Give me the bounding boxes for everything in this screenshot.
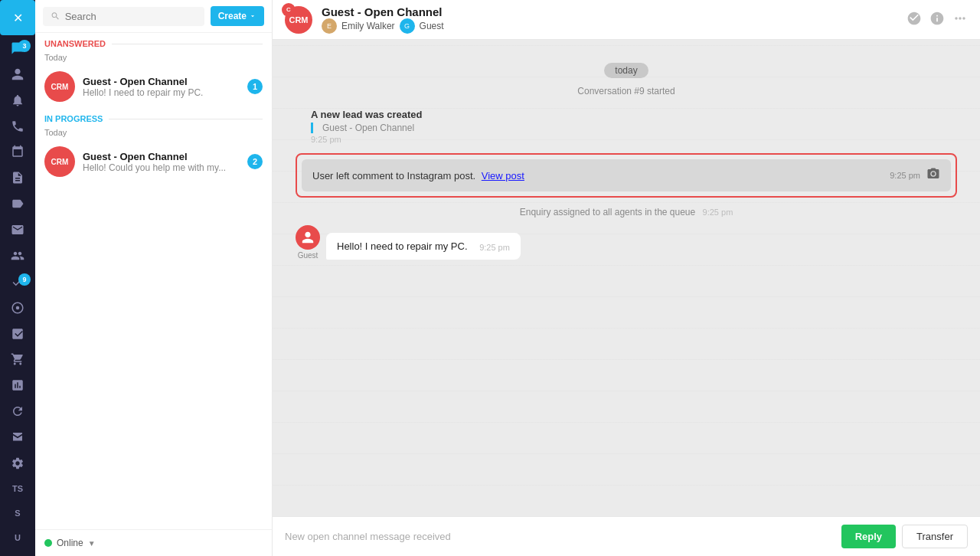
conv-item-unanswered-1[interactable]: CRM Guest - Open Channel Hello! I need t… bbox=[35, 65, 272, 108]
guest-label: Guest bbox=[298, 251, 318, 260]
analytics-nav-icon[interactable] bbox=[0, 372, 35, 398]
guest-avatar bbox=[296, 225, 320, 250]
guest-message-row: Guest Hello! I need to repair my PC. 9:2… bbox=[296, 225, 957, 260]
conv-preview: Hello! I need to repair my PC. bbox=[83, 87, 240, 98]
chat-header: CRM C Guest - Open Channel E Emily Walke… bbox=[273, 0, 980, 40]
enquiry-note: Enquiry assigned to all agents in the qu… bbox=[296, 207, 957, 217]
chevron-down-icon bbox=[249, 12, 256, 20]
guest-message-col: Hello! I need to repair my PC. 9:25 pm bbox=[326, 233, 521, 260]
date-pill-text: today bbox=[604, 63, 648, 78]
conv-avatar-bg: CRM bbox=[44, 71, 75, 102]
u-label-btn[interactable]: U bbox=[2, 525, 33, 550]
footer-placeholder: New open channel message received bbox=[285, 531, 451, 542]
conv-item-in-progress-1[interactable]: CRM Guest - Open Channel Hello! Could yo… bbox=[35, 140, 272, 183]
instagram-notification: User left comment to Instagram post. Vie… bbox=[302, 159, 951, 191]
in-progress-label: In progress bbox=[44, 114, 103, 123]
notification-time: 9:25 pm bbox=[890, 171, 920, 180]
refresh-nav-icon[interactable] bbox=[0, 398, 35, 424]
target-nav-icon[interactable] bbox=[0, 295, 35, 321]
crm-icon: C bbox=[282, 3, 296, 17]
email-nav-icon[interactable] bbox=[0, 217, 35, 243]
notification-link[interactable]: View post bbox=[482, 170, 524, 182]
agent-avatar-emily: E bbox=[322, 18, 337, 34]
svg-point-0 bbox=[16, 306, 20, 309]
chat-header-avatar-wrapper: CRM C bbox=[285, 6, 312, 34]
chat-nav-icon[interactable]: 3 bbox=[0, 35, 35, 61]
unanswered-label: Unanswered bbox=[44, 39, 106, 48]
system-event-lead: A new lead was created Guest - Open Chan… bbox=[296, 109, 957, 144]
conv-avatar-in-progress-1: CRM bbox=[44, 146, 75, 177]
check-badge: 9 bbox=[18, 273, 31, 286]
conv-footer: Online ▼ bbox=[35, 529, 272, 556]
unanswered-date: Today bbox=[35, 51, 272, 65]
create-button[interactable]: Create bbox=[211, 6, 264, 26]
agent-avatar-guest: G bbox=[400, 18, 415, 34]
contacts-nav-icon[interactable] bbox=[0, 61, 35, 87]
conv-started: Conversation #9 started bbox=[296, 86, 957, 96]
notification-camera-icon bbox=[926, 167, 940, 184]
system-event-subtitle: Guest - Open Channel bbox=[311, 123, 414, 133]
in-progress-section-header: In progress bbox=[35, 108, 272, 126]
chat-badge: 3 bbox=[18, 40, 31, 52]
guest-avatar-col: Guest bbox=[296, 225, 320, 260]
chat-area: CRM C Guest - Open Channel E Emily Walke… bbox=[273, 0, 980, 556]
search-icon bbox=[51, 11, 60, 21]
instagram-notification-wrapper: User left comment to Instagram post. Vie… bbox=[296, 153, 957, 198]
box-nav-icon[interactable] bbox=[0, 321, 35, 347]
reply-button[interactable]: Reply bbox=[841, 525, 896, 548]
chat-footer: New open channel message received Reply … bbox=[273, 516, 980, 556]
conv-badge: 1 bbox=[247, 79, 263, 94]
conv-badge-2: 2 bbox=[247, 154, 263, 169]
conv-avatar-unanswered-1: CRM bbox=[44, 71, 75, 102]
phone-nav-icon[interactable] bbox=[0, 113, 35, 139]
close-icon[interactable]: ✕ bbox=[0, 0, 35, 35]
chat-header-info: Guest - Open Channel E Emily Walker G Gu… bbox=[322, 5, 897, 34]
in-progress-date: Today bbox=[35, 126, 272, 140]
conv-preview-2: Hello! Could you help me with my... bbox=[83, 162, 240, 173]
status-dropdown-arrow[interactable]: ▼ bbox=[88, 539, 96, 548]
guest-message-time: 9:25 pm bbox=[479, 243, 510, 252]
conv-list-header: Create bbox=[35, 0, 272, 33]
calendar-nav-icon[interactable] bbox=[0, 139, 35, 165]
cart-nav-icon[interactable] bbox=[0, 347, 35, 373]
conversations-panel: Create Unanswered Today CRM Guest - Open… bbox=[35, 0, 273, 556]
conv-avatar-bg2: CRM bbox=[44, 146, 75, 177]
online-indicator bbox=[44, 539, 52, 547]
conv-details-in-progress-1: Guest - Open Channel Hello! Could you he… bbox=[83, 151, 240, 173]
bell-nav-icon[interactable] bbox=[0, 87, 35, 113]
transfer-button[interactable]: Transfer bbox=[902, 525, 968, 548]
info-circle-icon[interactable] bbox=[929, 11, 945, 29]
agent-name-emily: Emily Walker bbox=[341, 21, 395, 31]
store-nav-icon[interactable] bbox=[0, 424, 35, 450]
notification-body: User left comment to Instagram post. bbox=[312, 170, 475, 182]
notification-text: User left comment to Instagram post. Vie… bbox=[312, 170, 884, 182]
online-label: Online bbox=[57, 538, 83, 548]
search-box[interactable] bbox=[43, 7, 204, 26]
team-nav-icon[interactable] bbox=[0, 243, 35, 269]
guest-message-text: Hello! I need to repair my PC. bbox=[337, 240, 468, 252]
ts-label-btn[interactable]: TS bbox=[2, 476, 33, 501]
system-event-time: 9:25 pm bbox=[311, 135, 341, 144]
agent-name-guest: Guest bbox=[420, 21, 444, 31]
chat-header-avatar: CRM C bbox=[285, 6, 312, 34]
chat-header-agents: E Emily Walker G Guest bbox=[322, 18, 897, 34]
chat-header-actions bbox=[906, 11, 968, 29]
conv-details-unanswered-1: Guest - Open Channel Hello! I need to re… bbox=[83, 76, 240, 98]
check-circle-icon[interactable] bbox=[906, 11, 922, 29]
enquiry-note-text: Enquiry assigned to all agents in the qu… bbox=[520, 207, 696, 217]
guest-message-bubble: Hello! I need to repair my PC. 9:25 pm bbox=[326, 233, 521, 260]
search-input[interactable] bbox=[65, 11, 197, 22]
conv-title: Guest - Open Channel bbox=[83, 76, 240, 87]
check-nav-icon[interactable]: 9 bbox=[0, 269, 35, 295]
s-label-btn[interactable]: S bbox=[2, 501, 33, 525]
more-dots-icon[interactable] bbox=[952, 11, 968, 29]
date-pill: today bbox=[296, 63, 957, 78]
chat-header-title: Guest - Open Channel bbox=[322, 5, 897, 18]
enquiry-time: 9:25 pm bbox=[703, 208, 733, 217]
messages-content: today Conversation #9 started A new lead… bbox=[296, 63, 957, 260]
label-nav-icon[interactable] bbox=[0, 191, 35, 217]
settings-nav-icon[interactable] bbox=[0, 450, 35, 476]
report-nav-icon[interactable] bbox=[0, 165, 35, 191]
in-progress-divider bbox=[109, 119, 263, 119]
unanswered-section-header: Unanswered bbox=[35, 33, 272, 51]
